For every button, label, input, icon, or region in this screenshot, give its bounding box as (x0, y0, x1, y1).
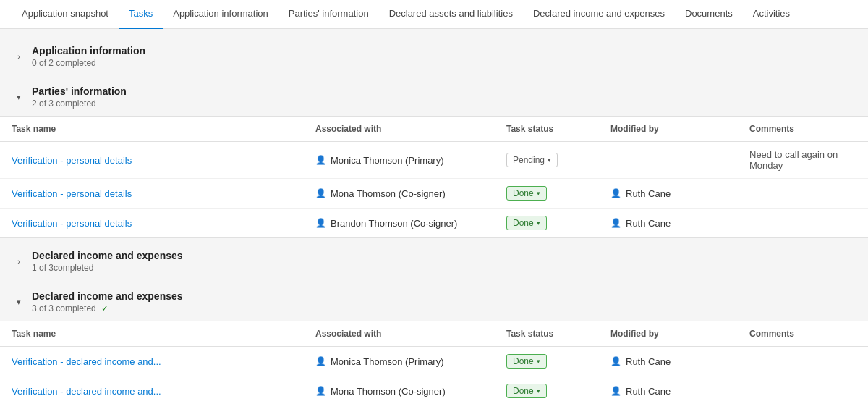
status-dropdown-chevron: ▾ (537, 190, 540, 197)
status-badge[interactable]: Done ▾ (506, 216, 547, 230)
person-icon: 👤 (610, 188, 621, 198)
column-header-comments: Comments (738, 117, 868, 142)
section-subtitle: 0 of 2 completed (32, 58, 145, 68)
associated-with-text: Mona Thomson (Co-signer) (331, 188, 446, 199)
status-dropdown-chevron: ▾ (548, 156, 551, 164)
task-table-declared-income-expanded: Task nameAssociated withTask statusModif… (0, 321, 868, 404)
person-icon: 👤 (315, 356, 326, 366)
status-badge[interactable]: Pending ▾ (506, 153, 558, 167)
status-badge[interactable]: Done ▾ (506, 186, 547, 201)
section-title: Declared income and expenses (32, 250, 183, 261)
person-icon: 👤 (610, 218, 621, 228)
section-header-declared-income-collapsed[interactable]: ›Declared income and expenses1 of 3compl… (0, 243, 868, 280)
task-table-parties-information: Task nameAssociated withTask statusModif… (0, 117, 868, 237)
associated-with-text: Monica Thomson (Primary) (331, 356, 444, 367)
column-header-task-status: Task status (495, 117, 599, 142)
section-header-parties-information[interactable]: ▾Parties' information2 of 3 completed (0, 78, 868, 116)
nav-tab-app-information[interactable]: Application information (163, 0, 278, 29)
section-declared-income-collapsed: ›Declared income and expenses1 of 3compl… (0, 243, 868, 280)
column-header-task-name: Task name (0, 117, 304, 142)
chevron-right-icon: › (12, 254, 26, 269)
section-header-declared-income-expanded[interactable]: ▾Declared income and expenses3 of 3 comp… (0, 283, 868, 321)
section-title: Parties' information (32, 85, 127, 97)
chevron-right-icon: › (12, 49, 26, 64)
checkmark-icon: ✓ (99, 303, 109, 313)
modified-by-text: Ruth Cane (626, 356, 671, 367)
person-icon: 👤 (315, 218, 326, 228)
table-row: Verification - personal details👤Mona Tho… (0, 179, 868, 209)
column-header-associated-with: Associated with (304, 117, 495, 142)
nav-tab-activities[interactable]: Activities (743, 0, 800, 29)
table-row: Verification - personal details👤Monica T… (0, 142, 868, 179)
section-header-application-information[interactable]: ›Application information0 of 2 completed (0, 38, 868, 75)
table-row: Verification - declared income and...👤Mo… (0, 347, 868, 376)
status-badge[interactable]: Done ▾ (506, 354, 547, 369)
person-icon: 👤 (610, 356, 621, 366)
chevron-down-icon: ▾ (12, 90, 26, 104)
status-badge[interactable]: Done ▾ (506, 384, 547, 398)
section-application-information: ›Application information0 of 2 completed (0, 38, 868, 75)
task-table-wrap-declared-income-expanded: Task nameAssociated withTask statusModif… (0, 321, 868, 404)
column-header-modified-by: Modified by (599, 321, 738, 347)
section-declared-income-expanded: ▾Declared income and expenses3 of 3 comp… (0, 283, 868, 404)
nav-tab-parties-information[interactable]: Parties' information (278, 0, 379, 29)
person-icon: 👤 (610, 386, 621, 396)
nav-tab-declared-income[interactable]: Declared income and expenses (523, 0, 675, 29)
section-subtitle: 1 of 3completed (32, 263, 183, 273)
task-link-0[interactable]: Verification - personal details (12, 155, 132, 166)
status-dropdown-chevron: ▾ (537, 358, 540, 365)
person-icon: 👤 (315, 386, 326, 396)
column-header-comments: Comments (738, 321, 868, 347)
person-icon: 👤 (315, 155, 326, 165)
associated-with-text: Monica Thomson (Primary) (331, 155, 444, 166)
status-dropdown-chevron: ▾ (537, 219, 540, 227)
associated-with-text: Mona Thomson (Co-signer) (331, 386, 446, 397)
task-table-wrap-parties-information: Task nameAssociated withTask statusModif… (0, 116, 868, 238)
modified-by-text: Ruth Cane (626, 188, 671, 199)
column-header-task-status: Task status (495, 321, 599, 347)
associated-with-text: Brandon Thomson (Co-signer) (331, 218, 457, 229)
main-content: ›Application information0 of 2 completed… (0, 29, 868, 404)
section-title: Declared income and expenses (32, 290, 183, 302)
section-subtitle: 2 of 3 completed (32, 98, 127, 109)
nav-tab-documents[interactable]: Documents (675, 0, 743, 29)
table-row: Verification - personal details👤Brandon … (0, 209, 868, 238)
task-link-0[interactable]: Verification - declared income and... (12, 356, 161, 367)
section-parties-information: ▾Parties' information2 of 3 completedTas… (0, 78, 868, 238)
section-subtitle: 3 of 3 completed ✓ (32, 303, 183, 313)
chevron-down-icon: ▾ (12, 295, 26, 309)
column-header-modified-by: Modified by (599, 117, 738, 142)
person-icon: 👤 (315, 188, 326, 198)
modified-by-text: Ruth Cane (626, 386, 671, 397)
column-header-task-name: Task name (0, 321, 304, 347)
task-link-1[interactable]: Verification - declared income and... (12, 386, 161, 397)
column-header-associated-with: Associated with (304, 321, 495, 347)
status-dropdown-chevron: ▾ (537, 387, 540, 395)
table-row: Verification - declared income and...👤Mo… (0, 376, 868, 405)
nav-tab-app-snapshot[interactable]: Application snapshot (12, 0, 119, 29)
nav-tab-tasks[interactable]: Tasks (119, 0, 163, 29)
section-title: Application information (32, 45, 145, 56)
top-navigation: Application snapshotTasksApplication inf… (0, 0, 868, 29)
modified-by-text: Ruth Cane (626, 218, 671, 229)
comment-text: Need to call again on Monday (749, 149, 838, 171)
nav-tab-declared-assets[interactable]: Declared assets and liabilities (379, 0, 523, 29)
task-link-2[interactable]: Verification - personal details (12, 218, 132, 229)
task-link-1[interactable]: Verification - personal details (12, 188, 132, 199)
